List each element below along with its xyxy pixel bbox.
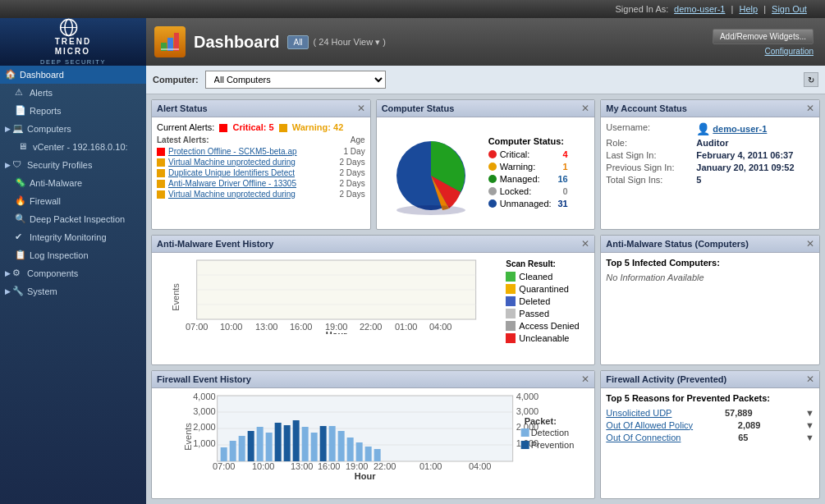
sidebar-item-components[interactable]: ▶ ⚙ Components: [0, 264, 146, 282]
svg-text:Events: Events: [183, 422, 193, 450]
critical-status-label: Critical:: [500, 149, 552, 159]
sidebar-label-integrity: Integrity Monitoring: [30, 232, 107, 242]
sidebar-item-vcenter[interactable]: 🖥 vCenter - 192.168.0.10:: [0, 138, 146, 156]
top5-reasons-label: Top 5 Reasons for Prevented Packets:: [606, 393, 814, 403]
sidebar-item-alerts[interactable]: ⚠ Alerts: [0, 84, 146, 102]
alert-link-5[interactable]: Virtual Machine unprotected during: [168, 190, 337, 199]
svg-rect-43: [284, 425, 291, 461]
configuration-link[interactable]: Configuration: [765, 47, 814, 56]
firewall-event-close[interactable]: ✕: [581, 374, 589, 384]
sidebar-item-security-profiles[interactable]: ▶ 🛡 Security Profiles: [0, 156, 146, 174]
help-link[interactable]: Help: [739, 4, 758, 14]
username-link[interactable]: demo-user-1: [674, 4, 725, 14]
last-signin-val: February 4, 2011 06:37: [696, 150, 793, 160]
legend-access-denied: Access Denied: [506, 321, 586, 331]
alert-row-3: Duplicate Unique Identifiers Detect 2 Da…: [157, 168, 365, 177]
sidebar-item-system[interactable]: ▶ 🔧 System: [0, 282, 146, 300]
svg-rect-44: [293, 420, 300, 461]
firewall-event-widget: Firewall Event History ✕ Events 4: [151, 370, 595, 499]
alert-status-widget: Alert Status ✕ Current Alerts: Critical:…: [151, 99, 371, 230]
alert-status-title: Alert Status: [157, 103, 208, 113]
sidebar-item-anti-malware[interactable]: 🦠 Anti-Malware: [0, 174, 146, 192]
managed-status-label: Managed:: [500, 174, 552, 184]
fw-link-policy[interactable]: Out Of Allowed Policy: [606, 420, 693, 430]
alert-status-close[interactable]: ✕: [357, 103, 365, 113]
all-dropdown[interactable]: All: [287, 35, 308, 49]
my-account-close[interactable]: ✕: [806, 103, 814, 113]
firewall-activity-widget: Firewall Activity (Prevented) ✕ Top 5 Re…: [600, 370, 820, 499]
antimalware-no-info: No Information Available: [606, 273, 814, 282]
integrity-icon: ✔: [15, 231, 26, 243]
sidebar-item-dashboard[interactable]: 🏠 Dashboard: [0, 66, 146, 84]
sidebar-item-deep-packet[interactable]: 🔍 Deep Packet Inspection: [0, 210, 146, 228]
critical-dot: [488, 150, 497, 158]
last-signin-key: Last Sign In:: [606, 150, 696, 160]
account-username-link[interactable]: demo-user-1: [713, 124, 767, 134]
sidebar-item-firewall[interactable]: 🔥 Firewall: [0, 192, 146, 210]
svg-text:3,000: 3,000: [193, 406, 216, 416]
log-icon: 📋: [15, 250, 26, 261]
fw-link-connection[interactable]: Out Of Connection: [606, 433, 681, 442]
alert-link-1[interactable]: Protection Offline - SCKM5-beta.ap: [168, 147, 341, 156]
refresh-button[interactable]: ↻: [804, 72, 818, 87]
svg-text:04:00: 04:00: [469, 461, 492, 471]
svg-text:22:00: 22:00: [374, 461, 396, 471]
system-icon: 🔧: [12, 286, 24, 297]
scan-result-label: Scan Result:: [506, 259, 586, 268]
computer-status-legend-title: Computer Status:: [488, 136, 568, 146]
alert-age-2: 2 Days: [340, 158, 365, 167]
fw-arrow-udp: ▼: [805, 408, 814, 418]
anti-malware-icon: 🦠: [15, 177, 26, 189]
dpi-icon: 🔍: [15, 213, 26, 225]
sidebar-item-log-inspection[interactable]: 📋 Log Inspection: [0, 246, 146, 264]
total-signins-val: 5: [696, 175, 701, 185]
header: TRENDMICRO DEEP SECURITY Dashboard All (…: [0, 18, 825, 66]
alert-age-5: 2 Days: [340, 190, 365, 199]
svg-text:13:00: 13:00: [291, 461, 314, 471]
sidebar-item-integrity[interactable]: ✔ Integrity Monitoring: [0, 228, 146, 246]
antimalware-event-close[interactable]: ✕: [581, 239, 589, 249]
sidebar-label-reports: Reports: [30, 106, 62, 116]
status-list: Computer Status: Critical: 4 Warning: 1: [488, 136, 568, 211]
account-row-last-signin: Last Sign In: February 4, 2011 06:37: [606, 150, 814, 160]
computer-status-close[interactable]: ✕: [581, 103, 589, 113]
signed-in-label: Signed In As:: [616, 4, 669, 14]
alert-link-3[interactable]: Duplicate Unique Identifiers Detect: [168, 168, 337, 177]
sign-out-link[interactable]: Sign Out: [772, 4, 807, 14]
user-icon: 👤: [696, 122, 710, 135]
sidebar-item-computers[interactable]: ▶ 💻 Computers: [0, 120, 146, 138]
alert-link-4[interactable]: Anti-Malware Driver Offline - 13305: [168, 179, 337, 188]
sidebar-item-reports[interactable]: 📄 Reports: [0, 102, 146, 120]
total-signins-key: Total Sign Ins:: [606, 175, 696, 185]
alert-age-4: 2 Days: [340, 179, 365, 188]
sidebar-label-alerts: Alerts: [30, 88, 53, 98]
legend-passed: Passed: [506, 309, 586, 318]
antimalware-legend: Scan Result: Cleaned Quarantined Deleted: [501, 256, 591, 360]
computer-status-header: Computer Status ✕: [377, 100, 595, 117]
sidebar-label-vcenter: vCenter - 192.168.0.10:: [33, 142, 128, 152]
antimalware-status-widget: Anti-Malware Status (Computers) ✕ Top 5 …: [600, 235, 820, 364]
critical-status-count: 4: [552, 149, 568, 159]
my-account-header: My Account Status ✕: [601, 100, 819, 117]
computer-status-title: Computer Status: [382, 103, 455, 113]
view-label[interactable]: ( 24 Hour View ▾ ): [314, 37, 386, 48]
locked-dot: [488, 187, 497, 195]
fw-link-udp[interactable]: Unsolicited UDP: [606, 408, 671, 418]
alert-status-header: Alert Status ✕: [152, 100, 370, 117]
alert-link-2[interactable]: Virtual Machine unprotected during: [168, 158, 337, 167]
svg-text:10:00: 10:00: [252, 461, 275, 471]
add-remove-widgets-button[interactable]: Add/Remove Widgets...: [713, 29, 814, 44]
my-account-body: Username: 👤 demo-user-1 Role: Auditor La…: [601, 117, 819, 229]
passed-label: Passed: [519, 309, 549, 318]
firewall-activity-close[interactable]: ✕: [806, 374, 814, 384]
sidebar-label-security-profiles: Security Profiles: [27, 160, 92, 170]
svg-text:07:00: 07:00: [186, 322, 209, 332]
quarantined-label: Quarantined: [519, 284, 569, 294]
sidebar-label-firewall: Firewall: [30, 196, 61, 206]
uncleanable-label: Uncleanable: [519, 333, 569, 343]
managed-status-count: 16: [552, 174, 568, 184]
locked-status-label: Locked:: [500, 186, 552, 196]
computer-bar: Computer: All Computers ↻: [146, 66, 825, 94]
computer-select[interactable]: All Computers: [205, 71, 386, 89]
antimalware-status-close[interactable]: ✕: [806, 239, 814, 249]
